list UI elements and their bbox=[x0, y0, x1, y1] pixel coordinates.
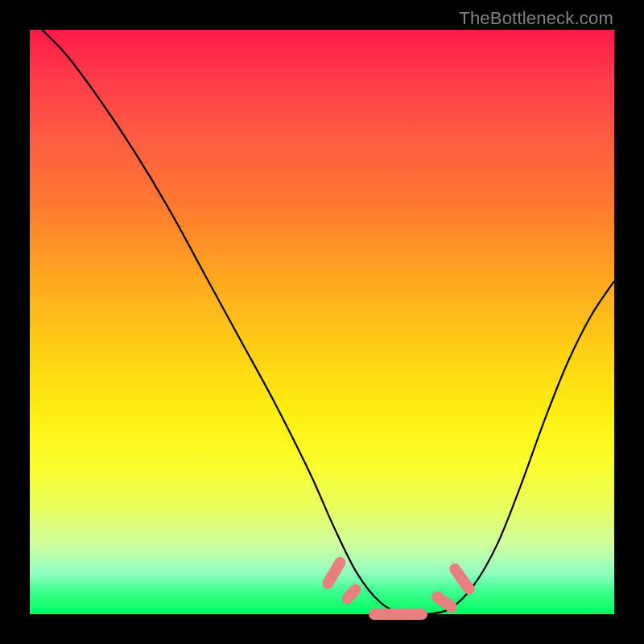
curve-svg bbox=[30, 30, 614, 614]
bottleneck-curve bbox=[30, 30, 614, 614]
watermark-text: TheBottleneck.com bbox=[459, 8, 613, 29]
marker-segment-bottom bbox=[369, 609, 427, 620]
plot-area bbox=[30, 30, 614, 614]
chart-container: TheBottleneck.com bbox=[0, 0, 644, 644]
